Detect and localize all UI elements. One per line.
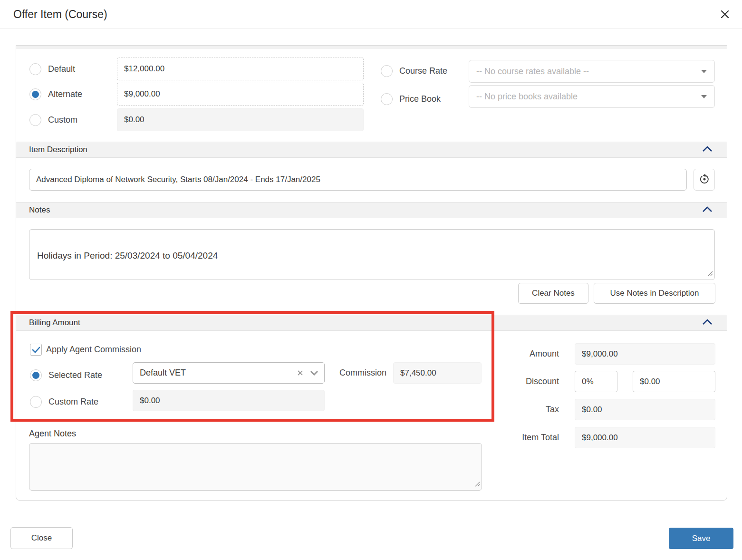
commission-input (400, 368, 474, 378)
default-rate-input[interactable] (124, 64, 357, 74)
amount-label: Amount (472, 343, 559, 365)
clear-selection-icon[interactable] (297, 370, 303, 376)
apply-agent-commission-label: Apply Agent Commission (46, 344, 141, 356)
item-description-field[interactable] (29, 169, 687, 191)
notes-header-label: Notes (29, 205, 702, 215)
save-button[interactable]: Save (669, 528, 733, 549)
notes-textarea[interactable]: Holidays in Period: 25/03/2024 to 05/04/… (29, 230, 714, 280)
discount-label: Discount (472, 371, 559, 392)
selected-rate-radio[interactable] (30, 369, 42, 381)
commission-label: Commission (339, 367, 386, 379)
price-book-select-value: -- No price books available (469, 92, 701, 102)
item-total-label: Item Total (472, 427, 559, 448)
agent-rate-select[interactable]: Default VET (133, 362, 325, 384)
default-rate-radio[interactable] (29, 63, 41, 75)
default-rate-field[interactable] (117, 58, 364, 80)
apply-agent-commission-checkbox[interactable] (30, 344, 42, 356)
course-rate-select-value: -- No course rates available -- (469, 67, 701, 77)
chevron-down-icon[interactable] (310, 370, 318, 376)
course-rate-label: Course Rate (399, 65, 447, 77)
chevron-up-icon (702, 319, 713, 327)
custom-agent-rate-field (133, 390, 325, 411)
item-total-field (575, 427, 715, 448)
close-modal-button[interactable]: Close (10, 527, 73, 549)
custom-rate-option-input (124, 115, 357, 125)
agent-rate-select-value: Default VET (133, 368, 297, 378)
chevron-up-icon (702, 145, 713, 154)
item-description-input[interactable] (36, 175, 680, 184)
price-book-label: Price Book (399, 93, 441, 105)
offer-item-form-panel: Default Alternate Custom Course Rate -- … (16, 45, 727, 501)
reset-description-button[interactable] (694, 169, 715, 191)
agent-notes-textarea[interactable] (29, 444, 482, 490)
item-total-input (582, 433, 708, 443)
billing-amount-header-label: Billing Amount (29, 318, 702, 328)
modal-header: Offer Item (Course) (0, 0, 742, 29)
commission-field (393, 362, 482, 384)
alternate-rate-radio[interactable] (29, 88, 41, 100)
billing-amount-section-header: Billing Amount (16, 315, 727, 331)
custom-rate-option-radio[interactable] (29, 114, 41, 126)
custom-rate-option-field (117, 108, 364, 131)
amount-field (575, 343, 715, 365)
discount-amount-field[interactable] (633, 371, 715, 392)
alternate-rate-input[interactable] (124, 89, 357, 99)
tax-label: Tax (472, 399, 559, 420)
course-rate-select[interactable]: -- No course rates available -- (469, 60, 715, 83)
custom-rate-option-label: Custom (48, 114, 77, 126)
default-rate-label: Default (48, 63, 75, 75)
tax-input (582, 405, 708, 415)
amount-input (582, 349, 708, 359)
discount-amount-input[interactable] (640, 377, 708, 386)
alternate-rate-label: Alternate (48, 88, 82, 100)
clear-notes-button[interactable]: Clear Notes (518, 283, 588, 304)
discount-percent-field[interactable] (575, 371, 617, 392)
notes-collapse-button[interactable] (702, 206, 713, 214)
modal-title: Offer Item (Course) (13, 8, 714, 21)
tax-field (575, 399, 715, 420)
close-button[interactable] (714, 4, 735, 25)
price-book-caret-icon (701, 95, 707, 98)
chevron-up-icon (702, 206, 713, 214)
collapsed-section-strip (16, 46, 727, 49)
notes-field: Holidays in Period: 25/03/2024 to 05/04/… (29, 229, 715, 280)
price-book-select[interactable]: -- No price books available (469, 85, 715, 108)
selected-rate-label: Selected Rate (48, 369, 102, 381)
price-book-radio[interactable] (381, 93, 393, 105)
use-notes-in-description-button[interactable]: Use Notes in Description (594, 283, 715, 304)
custom-agent-rate-label: Custom Rate (48, 396, 98, 408)
notes-section-header: Notes (16, 202, 727, 218)
course-rate-radio[interactable] (381, 65, 393, 77)
reset-history-icon (699, 174, 710, 186)
alternate-rate-field[interactable] (117, 83, 364, 106)
close-icon (714, 9, 735, 20)
custom-agent-rate-input (140, 396, 318, 406)
billing-amount-collapse-button[interactable] (702, 319, 713, 327)
agent-notes-label: Agent Notes (29, 428, 76, 440)
agent-notes-field (29, 443, 482, 491)
item-description-header-label: Item Description (29, 145, 702, 154)
item-description-section-header: Item Description (16, 142, 727, 158)
discount-percent-input[interactable] (582, 377, 610, 386)
course-rate-caret-icon (701, 70, 707, 73)
item-description-collapse-button[interactable] (702, 145, 713, 154)
custom-agent-rate-radio[interactable] (30, 396, 42, 408)
check-icon (32, 347, 40, 353)
